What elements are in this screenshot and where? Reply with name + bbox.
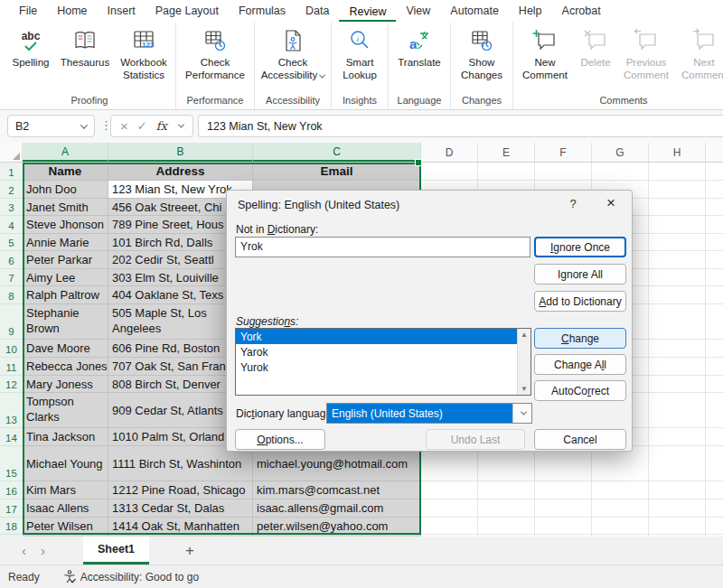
options-button[interactable]: Options... [235,429,325,450]
row-header[interactable]: 18 [0,518,23,535]
cell[interactable]: Name [23,163,108,181]
ignore-all-button[interactable]: Ignore All [534,264,626,285]
name-box[interactable]: B2 [7,115,95,137]
cell[interactable]: Stephanie Brown [23,304,108,340]
column-header-e[interactable]: E [478,143,535,162]
enter-icon[interactable]: ✓ [137,119,147,133]
workbook-statistics-button[interactable]: 123 Workbook Statistics [114,23,174,81]
check-performance-button[interactable]: Check Performance [178,23,252,81]
row-header[interactable]: 17 [0,499,23,518]
column-header-g[interactable]: G [592,143,649,162]
column-header-b[interactable]: B [108,143,253,162]
row-header[interactable]: 9 [0,304,23,340]
chevron-down-icon[interactable] [178,122,184,128]
suggestions-list[interactable]: York Yarok Yurok ▲ ▼ [235,328,531,396]
dropdown-chevron[interactable] [512,404,531,423]
column-header-d[interactable]: D [421,143,478,162]
row-header[interactable]: 13 [0,393,23,428]
cell[interactable]: Tina Jackson [23,428,108,446]
prev-sheet-icon[interactable]: ‹ [22,543,26,558]
cell[interactable]: Aimy Lee [23,269,108,286]
next-sheet-icon[interactable]: › [41,543,45,558]
cell[interactable]: Peter Parkar [23,251,108,269]
tab-acrobat[interactable]: Acrobat [552,1,611,22]
select-all-corner[interactable] [0,143,23,162]
sheet-tab-sheet1[interactable]: Sheet1 [83,537,149,565]
cell[interactable]: Tompson Clarks [23,393,108,428]
cell[interactable]: John Doo [23,181,108,199]
add-to-dictionary-button[interactable]: Add to Dictionary [534,291,626,312]
row-header[interactable]: 12 [0,376,23,393]
tab-insert[interactable]: Insert [98,1,146,22]
cell[interactable]: Dave Moore [23,340,108,358]
row-header[interactable]: 6 [0,251,23,269]
change-button[interactable]: Change [534,328,626,349]
empty-cells[interactable] [421,499,723,518]
cell[interactable]: Ralph Paltrow [23,286,108,304]
row-header[interactable]: 14 [0,428,23,446]
accessibility-status[interactable]: Accessibility: Good to go [63,570,199,583]
row-header[interactable]: 7 [0,269,23,286]
cell[interactable]: 1212 Pine Road, Shicago [108,481,253,499]
not-in-dictionary-field[interactable]: Yrok [235,237,531,257]
tab-automate[interactable]: Automate [440,1,509,22]
cell[interactable]: isaac.allens@gmail.com [253,499,421,518]
cancel-button[interactable]: Cancel [534,429,626,450]
cell[interactable]: kim.mars@comcast.net [253,481,421,499]
cell[interactable]: 1414 Oak St, Manhatten [108,518,253,535]
row-header[interactable]: 15 [0,446,23,481]
cell[interactable]: Janet Smith [23,199,108,216]
suggestion-item[interactable]: Yurok [236,359,517,375]
add-sheet-icon[interactable]: + [185,542,194,560]
cell[interactable]: Mary Joness [23,376,108,393]
cell[interactable]: Peter Wilsen [23,518,108,535]
column-header-f[interactable]: F [535,143,592,162]
empty-cells[interactable] [421,163,723,181]
row-header[interactable]: 4 [0,216,23,234]
check-accessibility-button[interactable]: Check Accessibility [257,23,329,81]
tab-home[interactable]: Home [47,1,97,22]
column-header-h[interactable]: H [649,143,706,162]
tab-review[interactable]: Review [339,2,396,23]
help-icon[interactable]: ? [563,197,583,210]
smart-lookup-button[interactable]: i Smart Lookup [333,23,386,81]
close-icon[interactable]: × [600,194,622,212]
tab-page-layout[interactable]: Page Layout [146,1,229,22]
insert-function-icon[interactable]: fx [156,119,167,133]
column-header-a[interactable]: A [23,143,108,162]
column-header-partial[interactable] [706,143,723,162]
spelling-button[interactable]: abc Spelling [5,23,56,70]
tab-formulas[interactable]: Formulas [229,1,296,22]
suggestion-item[interactable]: York [236,329,517,344]
column-header-c[interactable]: C [253,143,421,162]
cell[interactable]: 1313 Cedar St, Dalas [108,499,253,518]
row-header[interactable]: 11 [0,358,23,376]
empty-cells[interactable] [421,481,723,499]
new-comment-button[interactable]: New Comment [515,23,575,81]
scrollbar[interactable]: ▲ ▼ [517,329,531,395]
cell[interactable]: Email [253,163,421,181]
tab-data[interactable]: Data [296,1,339,22]
ignore-once-button[interactable]: Ignore Once [534,237,626,257]
row-header[interactable]: 5 [0,234,23,251]
cell[interactable]: Rebecca Jones [23,358,108,376]
change-all-button[interactable]: Change All [534,354,626,375]
cell[interactable]: Address [108,163,253,181]
cell[interactable]: Steve Jhonson [23,216,108,234]
row-header[interactable]: 1 [0,163,23,181]
cell[interactable]: Kim Mars [23,481,108,499]
cell[interactable]: Isaac Allens [23,499,108,518]
thesaurus-button[interactable]: Thesaurus [56,23,114,70]
dictionary-language-dropdown[interactable]: English (United States) [326,403,532,424]
tab-view[interactable]: View [396,1,440,22]
cell[interactable]: peter.wilsen@yahoo.com [253,518,421,535]
row-header[interactable]: 16 [0,481,23,499]
show-changes-button[interactable]: Show Changes [453,23,511,81]
row-header[interactable]: 3 [0,199,23,216]
cell[interactable]: Michael Young [23,446,108,481]
empty-cells[interactable] [421,518,723,535]
row-header[interactable]: 2 [0,181,23,199]
cancel-icon[interactable]: × [120,118,128,134]
scroll-down-icon[interactable]: ▼ [521,385,528,393]
formula-input[interactable]: 123 Mian St, New Yrok [198,115,723,137]
